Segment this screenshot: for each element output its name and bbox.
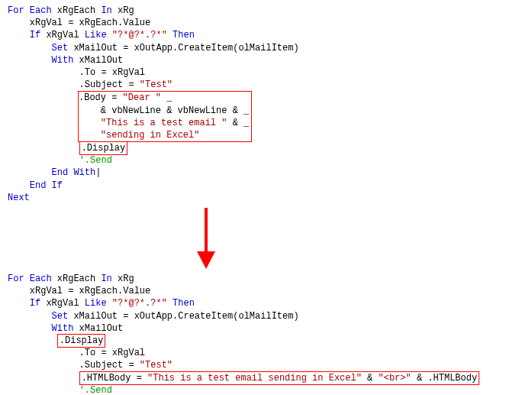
keyword: With — [52, 323, 74, 334]
code-text: xRgEach — [52, 5, 102, 16]
code-text: xMailOut — [73, 323, 123, 334]
keyword: Set — [52, 311, 69, 322]
code-line: If xRgVal Like "?*@?*.?*" Then — [8, 297, 524, 309]
code-text — [167, 298, 172, 309]
highlight-box-htmlbody: .HTMLBody = "This is a test email sendin… — [79, 371, 480, 385]
comment: '.Send — [79, 385, 112, 395]
code-text — [8, 167, 52, 178]
keyword: If — [30, 298, 40, 309]
code-line: For Each xRgEach In xRg — [8, 5, 524, 17]
code-text: xRgVal — [40, 30, 85, 40]
code-line: End If — [8, 180, 524, 192]
code-text — [167, 30, 172, 40]
code-text: & vbNewLine & vbNewLine & _ — [79, 105, 249, 116]
keyword: Then — [172, 298, 195, 309]
code-text — [8, 30, 30, 40]
code-text: .Display — [82, 143, 126, 154]
code-text: .Subject = — [8, 79, 140, 90]
code-text — [8, 180, 30, 191]
code-text: xMailOut = xOutApp.CreateItem(olMailItem… — [68, 311, 298, 322]
string: "<br>" — [379, 373, 411, 384]
code-text: _ — [161, 92, 172, 103]
code-line: "sending in Excel" — [79, 129, 249, 141]
cursor: | — [95, 167, 101, 178]
code-text — [8, 55, 52, 66]
highlight-box-display: .Display — [57, 334, 106, 348]
string: "sending in Excel" — [101, 130, 200, 141]
code-text: .HTMLBody = — [82, 373, 147, 384]
string: "?*@?*.?*" — [112, 298, 167, 309]
code-text: xMailOut — [73, 55, 123, 66]
code-text: & — [362, 373, 379, 384]
code-text: xRg — [112, 274, 134, 284]
code-line: For Each xRgEach In xRg — [8, 273, 524, 285]
code-text — [8, 311, 52, 322]
code-line: xRgVal = xRgEach.Value — [8, 17, 524, 29]
code-text — [8, 298, 30, 309]
keyword: Next — [8, 193, 30, 203]
svg-marker-1 — [197, 251, 215, 269]
code-line: & vbNewLine & vbNewLine & _ — [79, 105, 249, 117]
code-line: End With| — [8, 167, 524, 179]
string: "This is a test email " — [101, 118, 227, 128]
code-line: .Body = "Dear " _ — [79, 92, 249, 104]
code-text — [79, 130, 101, 141]
code-line: .HTMLBody = "This is a test email sendin… — [8, 372, 524, 384]
code-text — [107, 298, 112, 309]
code-line: .Subject = "Test" — [8, 359, 524, 371]
code-text: xRgVal — [40, 298, 85, 309]
code-line: Set xMailOut = xOutApp.CreateItem(olMail… — [8, 42, 524, 54]
code-block-2: For Each xRgEach In xRg xRgVal = xRgEach… — [8, 273, 524, 395]
code-line: Set xMailOut = xOutApp.CreateItem(olMail… — [8, 310, 524, 322]
code-text: & _ — [227, 118, 249, 128]
keyword: End With — [52, 167, 96, 178]
code-line: If xRgVal Like "?*@?*.?*" Then — [8, 29, 524, 41]
highlight-box-display: .Display — [79, 141, 128, 155]
code-line: With xMailOut — [8, 322, 524, 335]
string: "This is a test email sending in Excel" — [147, 373, 362, 384]
code-line: With xMailOut — [8, 54, 524, 66]
code-line: .To = xRgVal — [8, 347, 524, 359]
code-text: xMailOut = xOutApp.CreateItem(olMailItem… — [68, 43, 298, 53]
code-text: & .HTMLBody — [411, 373, 477, 384]
code-text: .To = xRgVal — [8, 348, 145, 358]
code-text: xRgEach — [52, 274, 102, 284]
keyword: Then — [172, 30, 195, 40]
code-text — [8, 385, 79, 395]
code-line: .To = xRgVal — [8, 66, 524, 79]
keyword: Set — [52, 43, 69, 53]
code-text: .To = xRgVal — [8, 67, 145, 78]
code-text: xRg — [112, 5, 134, 16]
keyword: In — [101, 274, 111, 284]
code-text: .Subject = — [8, 360, 140, 371]
code-text — [8, 43, 52, 53]
code-text — [8, 155, 79, 166]
code-line: .Display — [8, 142, 524, 154]
keyword: For Each — [8, 274, 52, 284]
string: "?*@?*.?*" — [112, 30, 167, 40]
string: "Test" — [140, 360, 172, 371]
code-block-1: For Each xRgEach In xRg xRgVal = xRgEach… — [8, 5, 524, 204]
code-text: .Body = — [79, 92, 123, 103]
code-text: xRgVal = xRgEach.Value — [8, 286, 150, 296]
code-line: Next — [8, 192, 524, 204]
arrow-down-icon — [8, 204, 524, 273]
code-line: .Display — [8, 335, 524, 347]
code-line: xRgVal = xRgEach.Value — [8, 285, 524, 297]
keyword: End If — [30, 180, 63, 191]
code-text — [8, 323, 52, 334]
code-text — [107, 30, 112, 40]
keyword: Like — [85, 298, 107, 309]
keyword: If — [30, 30, 40, 40]
string: "Dear " — [123, 92, 161, 103]
keyword: With — [52, 55, 74, 66]
code-text — [79, 118, 101, 128]
keyword: For Each — [8, 5, 52, 16]
comment: '.Send — [79, 155, 112, 166]
keyword: In — [101, 5, 111, 16]
keyword: Like — [85, 30, 107, 40]
code-text: .Display — [60, 335, 104, 346]
code-text: xRgVal = xRgEach.Value — [8, 18, 150, 28]
string: "Test" — [140, 79, 172, 90]
code-line: '.Send — [8, 384, 524, 395]
